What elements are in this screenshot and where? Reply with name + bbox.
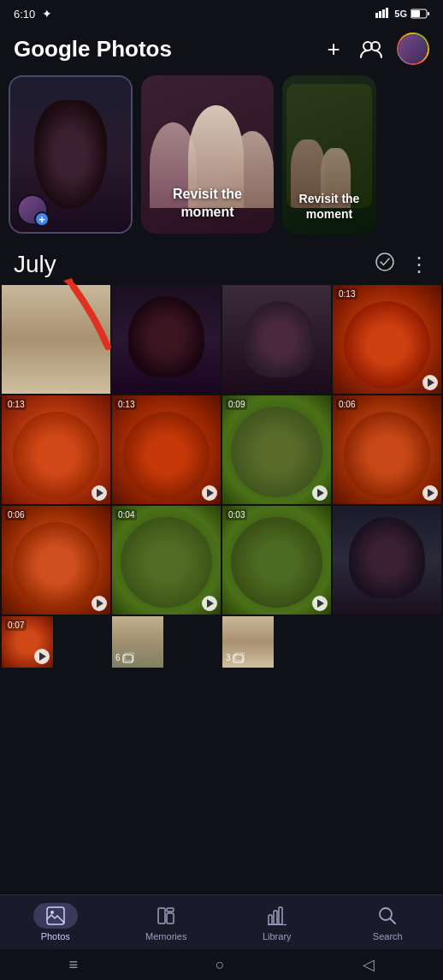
header-icons: +	[322, 33, 429, 65]
notification-icon: ✦	[42, 7, 52, 21]
photos-nav-icon-wrap	[33, 903, 78, 929]
photo-cell[interactable]	[2, 285, 110, 394]
nav-search-label: Search	[373, 931, 403, 941]
video-cell[interactable]: 0:09	[222, 395, 331, 504]
video-duration: 0:13	[115, 399, 137, 410]
stack-count: 6	[115, 652, 134, 664]
select-all-button[interactable]	[375, 252, 395, 277]
nav-photos-label: Photos	[41, 931, 70, 941]
photo-stack-cell[interactable]: 6	[112, 616, 163, 668]
section-actions: ⋮	[375, 252, 429, 277]
svg-rect-5	[428, 12, 429, 15]
svg-point-17	[50, 911, 54, 914]
revisit-label-1: Revisit themoment	[141, 186, 274, 222]
battery-icon	[411, 9, 429, 19]
svg-rect-2	[382, 9, 385, 18]
time: 6:10	[14, 8, 35, 21]
nav-photos[interactable]: Photos	[0, 903, 111, 941]
svg-rect-18	[158, 908, 165, 924]
photo-cell[interactable]	[222, 285, 331, 394]
svg-rect-0	[375, 13, 378, 18]
nav-library[interactable]: Library	[222, 903, 333, 941]
video-cell[interactable]: 0:13	[333, 285, 441, 394]
more-options-button[interactable]: ⋮	[409, 252, 429, 276]
svg-rect-20	[167, 908, 174, 912]
story-card-revisit-2[interactable]: Revisit themoment	[282, 75, 376, 234]
video-cell[interactable]: 0:13	[2, 395, 110, 504]
user-avatar[interactable]	[397, 33, 429, 65]
status-right: 5G	[375, 8, 429, 21]
video-duration: 0:03	[226, 509, 247, 520]
section-title: July	[14, 251, 375, 278]
stories-row: + Revisit themoment Revisit themoment	[0, 75, 443, 247]
photo-stack-cell[interactable]: 3	[222, 616, 274, 668]
story-card-revisit-1[interactable]: Revisit themoment	[141, 75, 274, 234]
revisit-label-2: Revisit themoment	[282, 191, 376, 222]
share-people-button[interactable]	[359, 37, 383, 61]
video-play-button[interactable]	[34, 649, 50, 664]
stack-count: 3	[226, 652, 245, 664]
svg-line-26	[391, 919, 396, 924]
video-duration: 0:04	[115, 509, 137, 520]
video-duration: 0:09	[226, 399, 247, 410]
svg-point-11	[376, 253, 393, 270]
video-cell[interactable]: 0:04	[112, 506, 221, 615]
section-header: July ⋮	[0, 247, 443, 285]
svg-rect-6	[411, 10, 420, 17]
video-play-button[interactable]	[422, 375, 438, 390]
search-nav-icon-wrap	[365, 903, 410, 929]
video-cell[interactable]: 0:13	[112, 395, 221, 504]
status-bar: 6:10 ✦ 5G	[0, 0, 443, 26]
bottom-nav: Photos Memories Library	[0, 894, 443, 949]
nav-memories-label: Memories	[145, 931, 186, 941]
svg-rect-23	[279, 907, 282, 924]
nav-library-label: Library	[263, 931, 292, 941]
system-nav: ≡ ○ ◁	[0, 949, 443, 980]
photo-cell[interactable]	[333, 506, 441, 615]
story-card-user[interactable]: +	[9, 75, 133, 234]
video-play-button[interactable]	[312, 596, 328, 611]
video-duration: 0:13	[336, 288, 357, 300]
add-button[interactable]: +	[322, 37, 346, 61]
video-play-button[interactable]	[92, 596, 107, 611]
svg-rect-21	[269, 915, 272, 924]
header: Google Photos +	[0, 26, 443, 75]
app-title: Google Photos	[14, 36, 313, 62]
video-play-button[interactable]	[312, 485, 328, 501]
video-duration: 0:06	[5, 509, 27, 520]
video-duration: 0:06	[336, 399, 357, 410]
video-cell[interactable]: 0:06	[2, 506, 110, 615]
video-duration: 0:07	[5, 620, 27, 631]
video-play-button[interactable]	[422, 485, 438, 501]
back-button[interactable]: ◁	[363, 955, 375, 974]
status-left: 6:10 ✦	[14, 7, 52, 21]
story-add-badge: +	[34, 211, 50, 227]
svg-rect-3	[386, 8, 388, 18]
signal-icon	[375, 8, 391, 21]
nav-search[interactable]: Search	[333, 903, 444, 941]
svg-rect-1	[379, 11, 381, 18]
video-duration: 0:13	[5, 399, 27, 410]
photo-grid: 0:13 0:13 0:13 0:09 0:06 0:06 0:04 0:03	[0, 285, 443, 668]
photo-cell[interactable]	[112, 285, 221, 394]
video-cell[interactable]: 0:07	[2, 616, 53, 668]
video-cell[interactable]: 0:03	[222, 506, 331, 615]
svg-rect-22	[274, 911, 277, 924]
video-play-button[interactable]	[92, 485, 107, 501]
svg-rect-19	[167, 913, 174, 924]
menu-button[interactable]: ≡	[68, 956, 78, 974]
video-play-button[interactable]	[202, 596, 217, 611]
video-cell[interactable]: 0:06	[333, 395, 441, 504]
video-play-button[interactable]	[202, 485, 217, 501]
title-photos: Photos	[97, 36, 172, 62]
home-button[interactable]: ○	[216, 956, 225, 974]
nav-memories[interactable]: Memories	[111, 903, 222, 941]
memories-nav-icon-wrap	[144, 903, 188, 929]
library-nav-icon-wrap	[255, 903, 299, 929]
network-type: 5G	[394, 9, 407, 19]
title-google: Google	[14, 36, 91, 62]
